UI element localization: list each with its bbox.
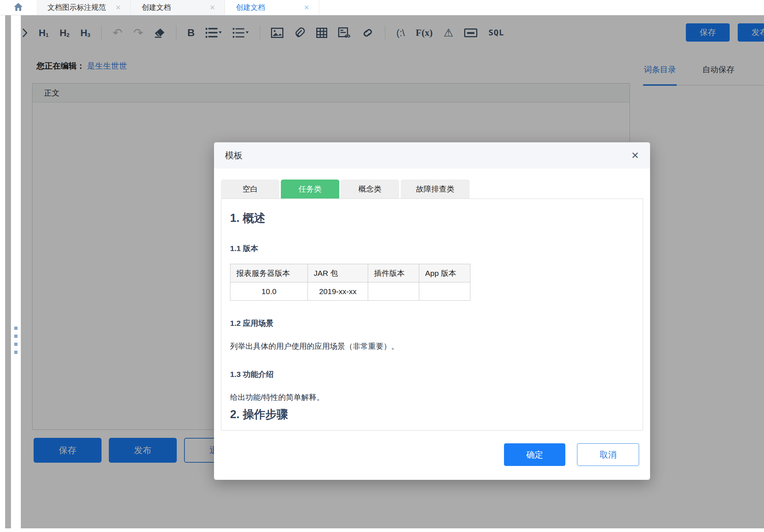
- preview-heading-feature: 1.3 功能介绍: [230, 369, 633, 379]
- table-header-row: 报表服务器版本 JAR 包 插件版本 App 版本: [230, 264, 470, 282]
- doc-tab-create-1[interactable]: 创建文档 ✕: [131, 0, 225, 15]
- close-icon[interactable]: ✕: [115, 4, 121, 12]
- tab-blank[interactable]: 空白: [221, 180, 279, 198]
- modal-header: 模板 ✕: [214, 142, 650, 169]
- preview-heading-scene: 1.2 应用场景: [230, 318, 633, 328]
- col-header: JAR 包: [308, 264, 368, 282]
- doc-tab-label: 创建文档: [142, 3, 171, 12]
- template-preview-panel[interactable]: 1. 概述 1.1 版本 报表服务器版本 JAR 包 插件版本 App 版本 1…: [221, 198, 643, 431]
- drag-dot: [14, 335, 18, 338]
- preview-heading-version: 1.1 版本: [230, 243, 633, 254]
- panel-splitter[interactable]: [11, 15, 21, 528]
- close-icon[interactable]: ✕: [304, 4, 309, 12]
- tab-troubleshoot[interactable]: 故障排查类: [401, 180, 470, 198]
- close-icon[interactable]: ✕: [210, 4, 215, 12]
- col-header: 插件版本: [368, 264, 419, 282]
- doc-tab-create-2-active[interactable]: 创建文档 ✕: [225, 0, 319, 15]
- tab-task[interactable]: 任务类: [281, 180, 339, 198]
- close-icon[interactable]: ✕: [631, 150, 639, 161]
- template-tabs: 空白 任务类 概念类 故障排查类: [221, 180, 470, 198]
- template-modal: 模板 ✕ 空白 任务类 概念类 故障排查类 1. 概述 1.1 版本 报表服务器…: [214, 142, 650, 480]
- cell-jar: 2019-xx-xx: [308, 282, 368, 301]
- home-icon: [14, 3, 23, 13]
- document-tabstrip: 文档图示标注规范 ✕ 创建文档 ✕ 创建文档 ✕: [0, 0, 764, 15]
- version-table: 报表服务器版本 JAR 包 插件版本 App 版本 10.0 2019-xx-x…: [230, 264, 470, 301]
- col-header: App 版本: [419, 264, 470, 282]
- drag-dot: [14, 351, 18, 354]
- table-row: 10.0 2019-xx-xx: [230, 282, 470, 301]
- cell-plugin-version: [368, 282, 419, 301]
- doc-tab-label: 文档图示标注规范: [47, 3, 106, 12]
- cell-app-version: [419, 282, 470, 301]
- cell-server-version: 10.0: [230, 282, 308, 301]
- doc-tab-spec[interactable]: 文档图示标注规范 ✕: [37, 0, 131, 15]
- app-window: 文档图示标注规范 ✕ 创建文档 ✕ 创建文档 ✕ H1 H2 H3 ↶ ↷ B: [0, 0, 764, 532]
- preview-text-feature: 给出功能/特性的简单解释。: [230, 392, 633, 403]
- tab-concept[interactable]: 概念类: [341, 180, 399, 198]
- doc-tab-label: 创建文档: [236, 3, 265, 12]
- home-button[interactable]: [0, 0, 37, 15]
- modal-title: 模板: [225, 150, 242, 161]
- preview-heading-steps: 2. 操作步骤: [230, 407, 633, 422]
- cancel-button[interactable]: 取消: [577, 443, 639, 466]
- col-header: 报表服务器版本: [230, 264, 308, 282]
- drag-dot: [14, 343, 18, 346]
- preview-heading-overview: 1. 概述: [230, 211, 633, 226]
- confirm-button[interactable]: 确定: [504, 443, 565, 466]
- drag-dot: [14, 327, 18, 330]
- preview-text-scene: 列举出具体的用户使用的应用场景（非常重要）。: [230, 341, 633, 352]
